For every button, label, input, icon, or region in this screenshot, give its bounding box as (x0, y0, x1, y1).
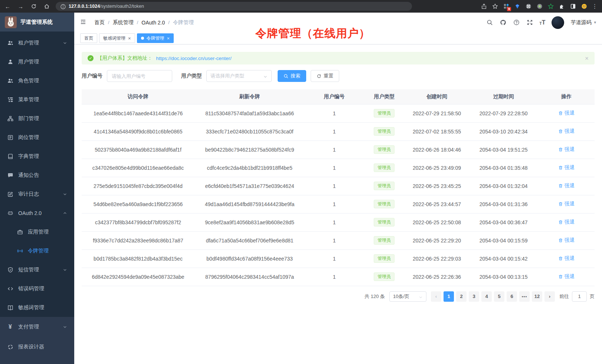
sidebar-item-用户管理[interactable]: 用户管理 (0, 52, 74, 71)
breadcrumb-item[interactable]: OAuth 2.0 (141, 20, 165, 26)
page-button-12[interactable]: 12 (532, 291, 542, 302)
info-alert: ✓ 【用户体系】文档地址： https://doc.iocoder.cn/use… (82, 52, 595, 64)
command-extension-icon[interactable] (525, 3, 531, 10)
sidebar-item-应用管理[interactable]: 应用管理 (0, 222, 74, 241)
search-button[interactable]: 搜索 (278, 70, 306, 82)
force-logout-button[interactable]: 强退 (558, 164, 575, 171)
goto-page-input[interactable] (572, 291, 587, 302)
next-page-button[interactable]: › (544, 291, 555, 302)
pager-ellipsis[interactable]: ••• (519, 291, 530, 302)
force-logout-button[interactable]: 强退 (558, 128, 575, 135)
sidebar-item-令牌管理[interactable]: 令牌管理 (0, 241, 74, 260)
page-button-3[interactable]: 3 (469, 291, 479, 302)
sidebar-item-岗位管理[interactable]: 岗位管理 (0, 128, 74, 147)
menu-item-label: 报表设计器 (18, 344, 44, 350)
home-icon[interactable] (43, 3, 50, 10)
cell-user-type: 管理员 (364, 159, 405, 177)
tab-令牌管理[interactable]: 令牌管理 × (137, 33, 174, 43)
table-row: c347026e805e4d99b0d116eae66eda8c cdfc4ce… (82, 159, 595, 177)
column-header: 刷新令牌 (194, 89, 305, 104)
delete-icon (558, 111, 563, 116)
font-size-icon[interactable]: TT (540, 20, 546, 26)
sidebar-item-OAuth 2.0[interactable]: OAuth 2.0 (0, 203, 74, 222)
force-logout-button[interactable]: 强退 (558, 273, 575, 280)
cell-expires: 2054-03-04 01:31:36 (469, 195, 538, 213)
user-id-input[interactable] (107, 70, 172, 82)
breadcrumb-item: 令牌管理 (173, 19, 194, 26)
tab-close-icon[interactable]: × (167, 36, 170, 41)
gem-extension-icon[interactable] (514, 3, 520, 10)
sidebar-item-租户管理[interactable]: 租户管理 (0, 33, 74, 52)
alert-close-icon[interactable]: × (585, 55, 589, 62)
tab-label: 首页 (84, 35, 93, 42)
app-icon (17, 229, 23, 235)
sensitive-icon (7, 304, 13, 311)
sidebar-item-菜单管理[interactable]: 菜单管理 (0, 90, 74, 109)
hamburger-icon[interactable] (80, 19, 88, 26)
url-host: 127.0.0.1:1024 (69, 4, 100, 9)
page-button-2[interactable]: 2 (456, 291, 467, 302)
sidebar-item-报表设计器[interactable]: 报表设计器 (0, 337, 74, 357)
force-logout-button[interactable]: 强退 (558, 219, 575, 225)
user-avatar[interactable] (552, 16, 564, 29)
sidebar-item-短信管理[interactable]: 短信管理 (0, 260, 74, 279)
tab-首页[interactable]: 首页 (80, 33, 97, 43)
force-logout-button[interactable]: 强退 (558, 110, 575, 116)
force-logout-button[interactable]: 强退 (558, 201, 575, 207)
sidebar-item-错误码管理[interactable]: 错误码管理 (0, 279, 74, 298)
user-type-badge: 管理员 (374, 218, 395, 226)
search-icon[interactable] (486, 19, 493, 26)
address-bar[interactable]: 127.0.0.1:1024/system/oauth2/token (56, 2, 412, 11)
bookmark-star-icon[interactable] (492, 3, 498, 10)
table-row: 1ea5e44f8bc1467aaede43144f31de76 811c530… (82, 104, 595, 122)
prev-page-button[interactable]: ‹ (431, 291, 441, 302)
tab-label: 敏感词管理 (103, 35, 125, 42)
page-button-1[interactable]: 1 (444, 291, 454, 302)
sidebar-item-支付管理[interactable]: ¥ 支付管理 (0, 317, 74, 337)
chevron-down-icon (63, 41, 67, 45)
page-button-6[interactable]: 6 (507, 291, 517, 302)
sidebar-item-审计日志[interactable]: 审计日志 (0, 185, 74, 203)
breadcrumb-item[interactable]: 首页 (94, 19, 105, 26)
force-logout-button[interactable]: 强退 (558, 182, 575, 189)
sidebar-item-字典管理[interactable]: 字典管理 (0, 147, 74, 166)
browser-menu-icon[interactable]: ⋮ (592, 3, 598, 10)
sidebar-item-角色管理[interactable]: 角色管理 (0, 71, 74, 90)
forward-icon[interactable]: → (17, 3, 24, 10)
cell-action: 强退 (538, 140, 595, 159)
tab-bar: 首页 敏感词管理 × 令牌管理 × (74, 32, 602, 44)
tree-icon (7, 96, 13, 103)
share-icon[interactable] (481, 3, 487, 10)
user-menu[interactable]: 芋道源码▾ (570, 19, 596, 26)
fullscreen-icon[interactable] (526, 19, 533, 26)
tab-敏感词管理[interactable]: 敏感词管理 × (99, 33, 135, 43)
users-icon (7, 77, 13, 84)
force-logout-button[interactable]: 强退 (558, 255, 575, 262)
reset-button[interactable]: 重置 (311, 70, 339, 82)
puzzle-extension-icon[interactable] (559, 3, 565, 10)
browser-toolbar-icons: 9 ⋮ (481, 3, 598, 10)
page-button-5[interactable]: 5 (494, 291, 504, 302)
chevron-down-icon (63, 192, 67, 196)
emoji-extension-icon[interactable] (581, 3, 587, 10)
sidebar-item-通知公告[interactable]: 通知公告 (0, 166, 74, 185)
site-info-icon[interactable] (60, 4, 65, 9)
page-size-select[interactable]: 10条/页 (389, 291, 426, 302)
force-logout-button[interactable]: 强退 (558, 146, 575, 153)
breadcrumb-item[interactable]: 系统管理 (113, 19, 134, 26)
reload-icon[interactable] (30, 3, 37, 10)
alert-doc-link[interactable]: https://doc.iocoder.cn/user-center/ (156, 56, 232, 61)
dot-extension-icon[interactable] (536, 3, 543, 10)
tab-close-icon[interactable]: × (128, 36, 131, 41)
sidebar-item-敏感词管理[interactable]: 敏感词管理 (0, 298, 74, 317)
star-extension-icon[interactable] (547, 3, 554, 10)
extensions-icon[interactable]: 9 (503, 3, 509, 10)
page-button-4[interactable]: 4 (481, 291, 492, 302)
back-icon[interactable]: ← (4, 3, 11, 10)
force-logout-button[interactable]: 强退 (558, 237, 575, 244)
user-type-select[interactable]: 请选择用户类型 (206, 70, 272, 82)
help-icon[interactable] (513, 19, 520, 26)
contrast-extension-icon[interactable] (570, 3, 576, 10)
github-icon[interactable] (500, 19, 507, 26)
sidebar-item-部门管理[interactable]: 部门管理 (0, 109, 74, 128)
